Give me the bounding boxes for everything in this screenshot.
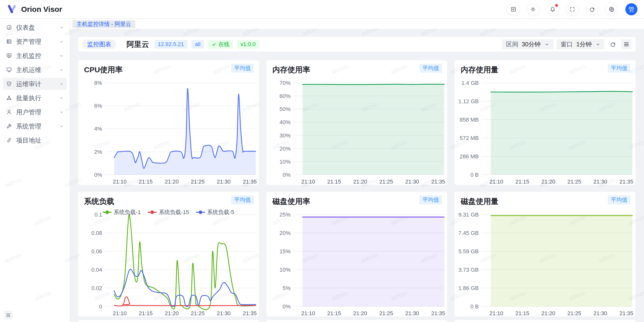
svg-text:21:35: 21:35 <box>243 310 257 316</box>
user-icon <box>6 109 12 115</box>
host-tags: 12.92.5.21ali在线v1.0.0 <box>154 40 263 49</box>
svg-text:858 MB: 858 MB <box>460 117 479 123</box>
svg-text:21:25: 21:25 <box>568 178 581 185</box>
window-select[interactable]: 窗口 1分钟 <box>557 39 604 49</box>
chart-title: 磁盘使用量 <box>461 196 498 207</box>
host-toolbar: 监控图表 阿里云 12.92.5.21ali在线v1.0.0 区间 30分钟 窗… <box>78 37 635 52</box>
sidebar-item-monitor[interactable]: 主机监控 <box>3 50 67 62</box>
legend-item[interactable]: 系统负载-1 <box>103 208 141 216</box>
svg-text:2%: 2% <box>94 149 102 155</box>
svg-text:21:20: 21:20 <box>165 178 179 185</box>
sidebar-item-label: 主机监控 <box>16 52 41 60</box>
svg-text:21:30: 21:30 <box>217 310 231 316</box>
check-icon <box>212 42 216 47</box>
chart-refresh-button[interactable] <box>608 39 618 49</box>
chart-title: 磁盘使用率 <box>272 196 310 207</box>
chart-title: CPU使用率 <box>84 65 123 75</box>
tag-text: 12.92.5.21 <box>158 41 184 48</box>
svg-text:21:15: 21:15 <box>515 178 529 185</box>
sidebar-item-link[interactable]: 项目地址 <box>3 134 67 146</box>
svg-text:21:30: 21:30 <box>405 178 419 185</box>
sidebar-item-user[interactable]: 用户管理 <box>3 106 67 118</box>
avg-badge: 平均值 <box>419 64 442 73</box>
svg-text:15%: 15% <box>279 248 291 255</box>
chart-card-5: 磁盘使用率平均值25%20%15%10%5%0%21:1021:1521:202… <box>266 192 447 316</box>
chevron-down-icon <box>59 96 64 100</box>
refresh-button[interactable] <box>586 4 598 15</box>
svg-text:21:10: 21:10 <box>490 310 503 316</box>
sidebar-item-batch[interactable]: 批量执行 <box>3 92 67 104</box>
chart-area: 9.31 GB7.45 GB5.59 GB3.73 GB1.86 GB0 B21… <box>455 209 635 316</box>
svg-text:50%: 50% <box>279 106 291 112</box>
sidebar-item-label: 系统管理 <box>16 122 41 130</box>
range-select[interactable]: 区间 30分钟 <box>502 39 553 49</box>
brightness-icon <box>530 6 536 12</box>
tab-host-monitor-detail[interactable]: 主机监控详情 - 阿里云 <box>72 20 135 28</box>
chart-area: 1.4 GB1.12 GB858 MB572 MB286 MB0 B21:102… <box>455 78 635 185</box>
chart-svg: 0.10.080.060.040.02021:1021:1521:2021:25… <box>78 209 259 316</box>
card-partial <box>78 320 259 322</box>
sidebar-item-audit[interactable]: 运维审计 <box>3 78 67 90</box>
refresh-icon <box>610 41 616 48</box>
host-tag: 12.92.5.21 <box>154 40 187 49</box>
svg-text:21:30: 21:30 <box>405 310 419 316</box>
chart-card-6: 磁盘使用量平均值9.31 GB7.45 GB5.59 GB3.73 GB1.86… <box>455 192 635 316</box>
svg-text:572 MB: 572 MB <box>460 135 479 141</box>
chart-card-1: CPU使用率平均值8%6%4%2%0%21:1021:1521:2021:252… <box>78 60 259 185</box>
chart-svg: 1.4 GB1.12 GB858 MB572 MB286 MB0 B21:102… <box>455 78 635 185</box>
app-logo[interactable]: Orion Visor <box>0 4 62 15</box>
chart-menu-button[interactable] <box>621 39 631 49</box>
chevron-down-icon <box>59 110 64 114</box>
chart-card-3: 内存使用量平均值1.4 GB1.12 GB858 MB572 MB286 MB0… <box>455 60 635 185</box>
sidebar-collapse-button[interactable] <box>4 311 13 319</box>
legend-label: 系统负载-5 <box>207 208 234 216</box>
svg-text:0.04: 0.04 <box>91 267 102 273</box>
legend-marker <box>148 210 157 214</box>
svg-text:25%: 25% <box>279 211 291 218</box>
sidebar-item-desktop[interactable]: 主机运维 <box>3 64 67 76</box>
gear-button[interactable] <box>606 4 617 15</box>
svg-text:21:20: 21:20 <box>541 178 555 185</box>
refresh-icon <box>589 6 595 12</box>
svg-text:21:25: 21:25 <box>191 178 205 185</box>
header-actions: 管 <box>508 3 644 15</box>
chart-area: 8%6%4%2%0%21:1021:1521:2021:2521:3021:35 <box>78 78 259 185</box>
svg-text:0.02: 0.02 <box>91 285 102 291</box>
svg-text:21:35: 21:35 <box>243 178 257 185</box>
notifications-button[interactable] <box>547 4 558 15</box>
sidebar-item-assets[interactable]: 资产管理 <box>3 35 67 48</box>
sidebar-item-label: 项目地址 <box>16 136 41 145</box>
sidebar-item-label: 批量执行 <box>16 94 41 102</box>
gear-icon <box>609 6 615 12</box>
chevron-down-icon <box>59 124 64 128</box>
legend-item[interactable]: 系统负载-5 <box>196 208 234 216</box>
chart-title: 系统负载 <box>84 196 114 207</box>
svg-text:21:30: 21:30 <box>217 178 231 185</box>
chart-svg: 8%6%4%2%0%21:1021:1521:2021:2521:3021:35 <box>78 78 259 185</box>
chevron-down-icon <box>59 54 64 58</box>
svg-text:7.45 GB: 7.45 GB <box>459 230 479 236</box>
svg-text:21:15: 21:15 <box>327 178 341 185</box>
chart-svg: 70%60%50%40%30%20%10%0%21:1021:1521:2021… <box>266 78 447 185</box>
app-name: Orion Visor <box>21 5 62 14</box>
chart-card-2: 内存使用率平均值70%60%50%40%30%20%10%0%21:1021:1… <box>266 60 447 185</box>
monitor-icon <box>6 53 12 59</box>
sidebar-item-label: 主机运维 <box>16 66 41 74</box>
svg-text:1.12 GB: 1.12 GB <box>459 98 479 104</box>
legend-item[interactable]: 系统负载-15 <box>148 208 189 216</box>
sidebar-item-label: 资产管理 <box>16 38 41 46</box>
toolbar-right: 区间 30分钟 窗口 1分钟 <box>502 39 631 49</box>
user-avatar[interactable]: 管 <box>625 3 637 15</box>
menu-fold-icon <box>6 312 11 318</box>
sidebar-item-dashboard[interactable]: 仪表盘 <box>3 21 67 33</box>
legend-label: 系统负载-1 <box>114 208 141 216</box>
svg-text:1.4 GB: 1.4 GB <box>462 80 479 86</box>
view-switch-charts[interactable]: 监控图表 <box>82 40 116 49</box>
brightness-button[interactable] <box>527 4 539 15</box>
svg-text:21:20: 21:20 <box>541 310 555 316</box>
fullscreen-button[interactable] <box>567 4 578 15</box>
host-tag: 在线 <box>208 40 233 49</box>
code-window-button[interactable] <box>508 4 519 15</box>
fullscreen-icon <box>569 6 575 12</box>
sidebar-item-wrench[interactable]: 系统管理 <box>3 120 67 132</box>
